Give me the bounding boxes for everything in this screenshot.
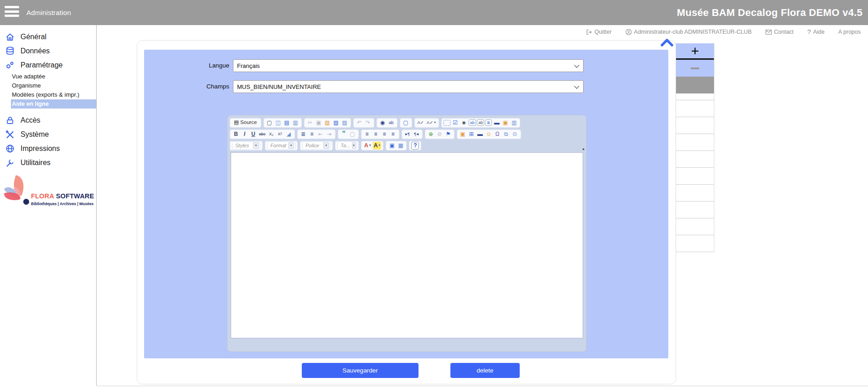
editor-content-area[interactable] (231, 152, 583, 338)
image-icon[interactable]: ▣ (459, 130, 467, 138)
horizontal-rule-icon[interactable]: ▬ (476, 130, 484, 138)
blockquote-icon[interactable]: ” (340, 130, 348, 138)
outdent-icon[interactable]: ⇤ (317, 130, 325, 138)
ltr-icon[interactable]: ▸¶ (404, 130, 412, 138)
format-dropdown[interactable]: Format▼ (267, 141, 295, 150)
rtl-icon[interactable]: ¶◂ (413, 130, 420, 138)
richtext-editor: ▤ Source▢◫▤▥✂▣▨▨▨↶↷◉ab▢A✓A✓▢☑◉abab≣▬▣▥BI… (227, 115, 587, 352)
delete-button[interactable]: delete (450, 363, 520, 378)
strike-icon[interactable]: abc (258, 130, 267, 138)
subscript-icon[interactable]: X₂ (268, 130, 275, 138)
copy-icon[interactable]: ▣ (315, 119, 323, 127)
bold-icon[interactable]: B (232, 130, 240, 138)
superscript-icon[interactable]: X² (276, 130, 284, 138)
undo-icon[interactable]: ↶ (356, 119, 363, 127)
apropos-link[interactable]: A propos (838, 29, 861, 35)
page-break-icon[interactable]: ⧉ (502, 130, 510, 138)
italic-icon[interactable]: I (241, 130, 248, 138)
replace-icon[interactable]: ab (388, 119, 395, 127)
side-table-row (676, 117, 714, 134)
about-icon[interactable]: ? (411, 142, 419, 150)
aide-link[interactable]: ? Aide (807, 28, 825, 36)
database-icon (4, 46, 16, 57)
sidebar-item-donnees[interactable]: Données (0, 44, 96, 58)
bulleted-list-icon[interactable]: ≡ (308, 130, 316, 138)
paste-plain-icon[interactable]: ▨ (332, 119, 340, 127)
user-link[interactable]: Administrateur-club ADMINISTRATEUR-CLUB (625, 29, 752, 35)
select-all-icon[interactable]: ▢ (402, 119, 410, 127)
image-button-icon[interactable]: ▣ (501, 119, 509, 127)
remove-format-icon[interactable]: ◢ (285, 130, 293, 138)
checkbox-icon[interactable]: ☑ (451, 119, 459, 127)
align-justify-icon[interactable]: ≡ (389, 130, 397, 138)
quitter-link[interactable]: Quitter (586, 29, 612, 35)
maximize-icon[interactable]: ▣ (388, 142, 396, 150)
button-field-icon[interactable]: ▬ (493, 119, 501, 127)
taille-dropdown[interactable]: Ta...▼ (337, 141, 356, 150)
sidebar-item-aide-en-ligne[interactable]: Aide en ligne (11, 99, 96, 109)
sidebar-item-general[interactable]: Général (0, 30, 96, 44)
anchor-icon[interactable]: ⚑ (444, 130, 452, 138)
find-icon[interactable]: ◉ (379, 119, 387, 127)
sidebar-item-modeles[interactable]: Modèles (exports & impr.) (0, 90, 96, 99)
paste-word-icon[interactable]: ▨ (341, 119, 349, 127)
table-icon[interactable]: ⊞ (468, 130, 475, 138)
contact-link[interactable]: Contact (765, 29, 794, 35)
champs-select[interactable]: MUS_BIEN/NUM_INVENTAIRE (233, 80, 584, 93)
sidebar-item-organisme[interactable]: Organisme (0, 81, 96, 90)
text-field-icon[interactable]: ab (469, 119, 476, 126)
scayt-icon[interactable]: A✓ (426, 119, 437, 127)
text-color-icon[interactable]: A (363, 142, 372, 150)
styles-dropdown[interactable]: Styles▼ (232, 141, 260, 150)
select-field-icon[interactable]: ≣ (485, 119, 492, 126)
remove-row-button[interactable] (676, 60, 714, 77)
sidebar-item-vue-adaptee[interactable]: Vue adaptée (0, 72, 96, 81)
textarea-icon[interactable]: ab (477, 119, 484, 126)
logo-tagline: Bibliothèques | Archives | Musées (31, 202, 93, 206)
sidebar-item-impressions[interactable]: Impressions (0, 141, 96, 155)
paste-icon[interactable]: ▨ (324, 119, 331, 127)
save-button[interactable]: Sauvegarder (302, 363, 418, 378)
langue-select[interactable]: Français (233, 59, 584, 72)
exit-icon (586, 29, 592, 35)
preview-icon[interactable]: ◫ (274, 119, 282, 127)
gears-icon (4, 60, 16, 71)
align-left-icon[interactable]: ≡ (363, 130, 371, 138)
radio-icon[interactable]: ◉ (460, 119, 468, 127)
print-icon[interactable]: ▤ (283, 119, 291, 127)
side-table: + (676, 43, 714, 252)
sidebar-item-utilitaires[interactable]: Utilitaires (0, 155, 96, 170)
smiley-icon[interactable]: ☺ (485, 130, 493, 138)
align-right-icon[interactable]: ≡ (381, 130, 388, 138)
div-container-icon[interactable]: ▢ (349, 130, 356, 138)
show-blocks-icon[interactable]: ▦ (397, 142, 404, 150)
side-table-row (676, 100, 714, 117)
unlink-icon[interactable]: ⊘ (436, 130, 444, 138)
special-char-icon[interactable]: Ω (494, 130, 501, 138)
redo-icon[interactable]: ↷ (364, 119, 372, 127)
menu-icon[interactable] (5, 6, 20, 19)
sidebar-item-acces[interactable]: Accès (0, 113, 96, 127)
iframe-icon[interactable]: ⊙ (511, 130, 519, 138)
sidebar-item-systeme[interactable]: Système (0, 127, 96, 141)
globe-icon (4, 143, 16, 154)
templates-icon[interactable]: ▥ (292, 119, 300, 127)
minus-icon (691, 67, 699, 69)
indent-icon[interactable]: ⇥ (326, 130, 333, 138)
form-field-icon[interactable]: ▢ (444, 120, 450, 126)
add-row-button[interactable]: + (676, 43, 714, 60)
underline-icon[interactable]: U (249, 130, 257, 138)
toolbar-collapse-icon[interactable]: ▴ (582, 146, 584, 151)
new-page-icon[interactable]: ▢ (266, 119, 274, 127)
link-icon[interactable]: ⊕ (427, 130, 435, 138)
spellcheck-icon[interactable]: A✓ (417, 119, 425, 127)
collapse-chevron-icon[interactable] (660, 38, 674, 47)
numbered-list-icon[interactable]: ≣ (300, 130, 307, 138)
source-button[interactable]: ▤ Source (232, 119, 259, 127)
sidebar-item-parametrage[interactable]: Paramétrage (0, 58, 96, 72)
align-center-icon[interactable]: ≡ (372, 130, 380, 138)
bg-color-icon[interactable]: A (373, 142, 382, 150)
cut-icon[interactable]: ✂ (306, 119, 314, 127)
hidden-field-icon[interactable]: ▥ (510, 119, 518, 127)
police-dropdown[interactable]: Police▼ (302, 141, 331, 150)
